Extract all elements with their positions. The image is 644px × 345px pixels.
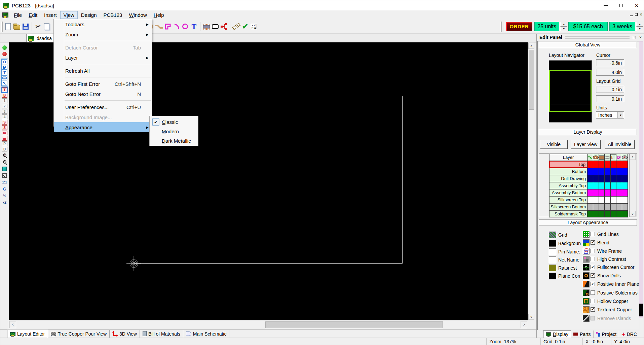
options-panel-icon[interactable]: X O□ ◉ bbox=[250, 22, 258, 31]
scroll-right-icon[interactable]: > bbox=[521, 321, 527, 328]
layer-column-header[interactable]: Layer bbox=[549, 154, 588, 161]
tab-display[interactable]: Display bbox=[543, 331, 571, 338]
tab-layout-editor[interactable]: Layout Editor bbox=[7, 330, 48, 338]
menu-item-user-preferences[interactable]: User Preferences...Ctrl+U bbox=[54, 102, 152, 112]
polygon-icon[interactable] bbox=[163, 22, 172, 31]
layer-button-mask-top[interactable]: m bbox=[2, 131, 7, 135]
grid-color-swatch[interactable] bbox=[549, 232, 556, 238]
cursor-x-field[interactable]: -0.6in bbox=[596, 59, 624, 66]
layer-row-silkscreen-top[interactable]: Silkscreen Top bbox=[539, 196, 637, 203]
layer-table-scrollbar[interactable]: ∧ ∨ bbox=[629, 154, 636, 217]
tab-parts[interactable]: Parts bbox=[571, 331, 594, 338]
save-icon[interactable] bbox=[21, 22, 30, 31]
layer-row-soldermask-top[interactable]: Soldermask Top bbox=[539, 210, 637, 217]
grid-lines-checkbox[interactable] bbox=[591, 232, 595, 236]
menu-item-refresh-all[interactable]: Refresh All bbox=[54, 66, 152, 76]
layer-button-paste[interactable]: P bbox=[2, 141, 7, 146]
menu-file[interactable]: File bbox=[10, 11, 25, 19]
cursor-y-field[interactable]: 4.0in bbox=[596, 69, 624, 76]
layer-button-silk-top[interactable]: S bbox=[2, 120, 7, 125]
grid-x-field[interactable]: 0.1in bbox=[596, 86, 624, 93]
vertical-scroll-thumb[interactable] bbox=[529, 50, 534, 110]
tab-true-copper-pour-view[interactable]: True Copper Pour View bbox=[48, 330, 110, 338]
arc-icon[interactable] bbox=[172, 22, 181, 31]
textured-copper-checkbox[interactable]: ✔ bbox=[591, 307, 595, 312]
remove-islands-checkbox[interactable] bbox=[591, 316, 595, 320]
restore-button[interactable] bbox=[613, 0, 629, 10]
navigator-viewport[interactable] bbox=[549, 70, 592, 112]
layer-button-bottom[interactable]: B bbox=[2, 93, 7, 98]
zoom-one-to-one[interactable]: 1:1 bbox=[2, 179, 8, 185]
layout-appearance-header[interactable]: Layout Appearance bbox=[539, 219, 637, 226]
order-button[interactable]: ORDER bbox=[506, 22, 533, 31]
menu-item-goto-next-error[interactable]: Goto Next ErrorN bbox=[54, 89, 152, 99]
circle-tool-icon[interactable]: O bbox=[2, 59, 7, 64]
fullscreen-cursor-checkbox[interactable]: ✔ bbox=[591, 265, 595, 269]
tab-main-schematic[interactable]: Main Schematic bbox=[183, 330, 230, 338]
scroll-down-icon[interactable]: ∨ bbox=[630, 211, 636, 217]
menu-item-appearance[interactable]: Appearance▶ bbox=[54, 122, 152, 132]
grid-y-field[interactable]: 0.1in bbox=[596, 95, 624, 102]
mdi-minimize-icon[interactable] bbox=[630, 15, 633, 16]
trace-column-icon[interactable] bbox=[587, 154, 593, 161]
horizontal-scroll-thumb[interactable] bbox=[265, 321, 443, 328]
layer-row-bottom[interactable]: Bottom bbox=[539, 168, 637, 175]
verify-check-icon[interactable]: ✔ bbox=[241, 22, 250, 31]
menu-item-toolbars[interactable]: Toolbars▶ bbox=[54, 19, 152, 29]
circle-icon[interactable] bbox=[181, 22, 190, 31]
layer-row-silkscreen-bottom[interactable]: Silkscreen Bottom bbox=[539, 203, 637, 210]
toolbar-grip[interactable] bbox=[500, 22, 502, 32]
global-view-header[interactable]: Global View bbox=[539, 42, 637, 48]
pin-names-color-swatch[interactable] bbox=[549, 248, 556, 255]
trace-icon[interactable] bbox=[155, 22, 163, 31]
layer-button-silk-bottom[interactable]: S bbox=[2, 125, 7, 130]
menu-window[interactable]: Window bbox=[125, 11, 150, 19]
hatch-view-icon[interactable] bbox=[2, 173, 8, 178]
zoom-double[interactable]: x2 bbox=[2, 200, 8, 205]
minimize-button[interactable] bbox=[598, 0, 613, 10]
canvas-vertical-scrollbar[interactable]: ∧ ∨ bbox=[528, 42, 535, 320]
weeks-spinner[interactable]: ▲▼ bbox=[636, 22, 643, 31]
layer-button-4[interactable]: 4 bbox=[2, 114, 7, 119]
submenu-item-classic[interactable]: ✔ Classic bbox=[150, 117, 198, 127]
panel-close-button[interactable]: × bbox=[638, 35, 643, 39]
layer-row-top[interactable]: Top bbox=[539, 161, 637, 168]
visible-button[interactable]: Visible bbox=[540, 140, 567, 149]
layer-button-drill[interactable]: D bbox=[2, 147, 7, 151]
tab-drc[interactable]: + DRC bbox=[619, 331, 639, 338]
ratsnest-color-swatch[interactable] bbox=[549, 265, 556, 271]
canvas-horizontal-scrollbar[interactable]: < > bbox=[9, 320, 528, 329]
cut-icon[interactable]: ✂ bbox=[34, 22, 42, 31]
text-tool-icon[interactable]: T bbox=[2, 70, 7, 75]
background-color-swatch[interactable] bbox=[549, 240, 556, 247]
keepout-column-icon[interactable]: ✗ bbox=[622, 154, 628, 161]
all-invisible-button[interactable]: All Invisible bbox=[605, 140, 635, 149]
tab-bill-of-materials[interactable]: Bill of Materials bbox=[140, 330, 183, 338]
zoom-in-icon[interactable]: + bbox=[2, 152, 8, 158]
text-column-icon[interactable]: T bbox=[610, 154, 616, 161]
panel-scrollbar[interactable] bbox=[639, 41, 643, 318]
menu-edit[interactable]: Edit bbox=[25, 11, 41, 19]
tab-project[interactable]: Project bbox=[594, 331, 619, 338]
wire-frame-checkbox[interactable] bbox=[591, 249, 595, 253]
submenu-item-modern[interactable]: Modern bbox=[150, 127, 198, 136]
open-folder-icon[interactable] bbox=[12, 22, 21, 31]
dropdown-arrow-icon[interactable]: ▼ bbox=[617, 112, 623, 118]
mdi-restore-icon[interactable] bbox=[635, 13, 638, 16]
scroll-up-icon[interactable]: ∧ bbox=[528, 43, 534, 49]
show-drills-checkbox[interactable]: ✔ bbox=[591, 273, 595, 278]
layer-button-1[interactable]: 1 bbox=[2, 98, 7, 103]
via-column-icon[interactable] bbox=[593, 154, 599, 161]
panel-grip[interactable] bbox=[565, 36, 630, 39]
polygon-tool-icon[interactable] bbox=[2, 65, 7, 70]
layout-navigator[interactable] bbox=[549, 60, 592, 123]
copy-icon[interactable] bbox=[42, 22, 51, 31]
ruler-icon[interactable] bbox=[232, 22, 241, 31]
menu-item-goto-first-error[interactable]: Goto First ErrorCtrl+Shft+N bbox=[54, 79, 152, 89]
layer-view-button[interactable]: Layer View bbox=[571, 140, 600, 149]
layer-button-mask-bottom[interactable]: m bbox=[2, 136, 7, 141]
net-tree-icon[interactable] bbox=[220, 22, 228, 31]
component-outline-icon[interactable] bbox=[211, 22, 220, 31]
net-names-color-swatch[interactable] bbox=[549, 256, 556, 263]
menu-item-layer[interactable]: Layer▶ bbox=[54, 53, 152, 63]
